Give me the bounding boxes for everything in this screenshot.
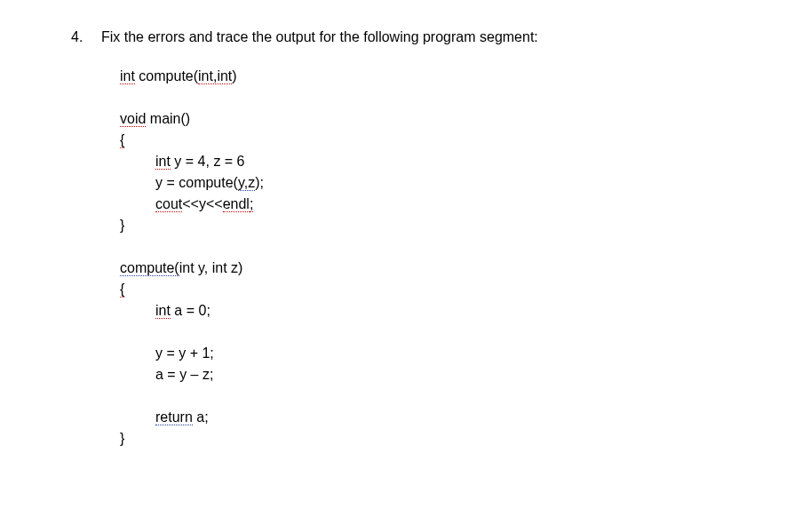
- code-line-8: compute(int y, int z): [120, 258, 731, 279]
- code-line-5: y = compute(y,z);: [120, 172, 731, 194]
- code-text: ): [232, 68, 236, 83]
- question-header: 4. Fix the errors and trace the output f…: [71, 27, 731, 48]
- err-brace-open: {: [120, 132, 124, 148]
- code-text: }: [120, 431, 124, 446]
- err-int: int: [155, 154, 171, 170]
- code-text: main(): [146, 111, 190, 126]
- code-line-14: }: [120, 428, 731, 449]
- err-return: return: [155, 409, 193, 425]
- err-yz: y,z: [238, 175, 255, 191]
- code-line-1: int compute(int,int): [120, 66, 731, 87]
- code-line-7: }: [120, 215, 731, 236]
- blank-line: [120, 87, 731, 108]
- err-endl: endl: [223, 196, 250, 212]
- code-line-6: cout<<y<<endl;: [120, 194, 731, 215]
- code-text: int y, int z): [179, 260, 243, 275]
- code-line-9: {: [120, 279, 731, 300]
- code-text: <<y<<: [182, 196, 222, 211]
- code-line-13: return a;: [120, 407, 731, 428]
- code-text: y = compute(: [155, 175, 238, 190]
- err-int: int: [155, 303, 171, 319]
- code-text: y = y + 1;: [155, 345, 214, 361]
- code-text: y = 4, z = 6: [171, 154, 245, 169]
- question-prompt: Fix the errors and trace the output for …: [101, 27, 731, 48]
- err-semi: ;: [250, 196, 253, 212]
- err-int: int: [120, 68, 135, 84]
- err-brace-open: {: [120, 282, 124, 298]
- question-number: 4.: [71, 27, 98, 48]
- code-text: compute(: [135, 68, 198, 83]
- code-text: );: [255, 175, 264, 190]
- code-line-2: void main(): [120, 108, 731, 130]
- err-compute: compute(: [120, 260, 179, 276]
- code-text: }: [120, 218, 124, 233]
- blank-line: [120, 385, 731, 407]
- code-text: a = 0;: [171, 303, 210, 318]
- err-cout: cout: [155, 196, 182, 212]
- code-line-12: a = y – z;: [120, 364, 731, 385]
- code-text: a;: [193, 409, 209, 425]
- err-intint: int,int: [198, 68, 232, 84]
- code-text: a = y – z;: [155, 367, 213, 382]
- err-void: void: [120, 111, 146, 127]
- blank-line: [120, 236, 731, 258]
- code-line-10: int a = 0;: [120, 300, 731, 322]
- code-line-3: {: [120, 130, 731, 151]
- code-line-11: y = y + 1;: [120, 343, 731, 364]
- code-block: int compute(int,int) void main() { int y…: [120, 66, 731, 449]
- code-line-4: int y = 4, z = 6: [120, 151, 731, 172]
- blank-line: [120, 322, 731, 343]
